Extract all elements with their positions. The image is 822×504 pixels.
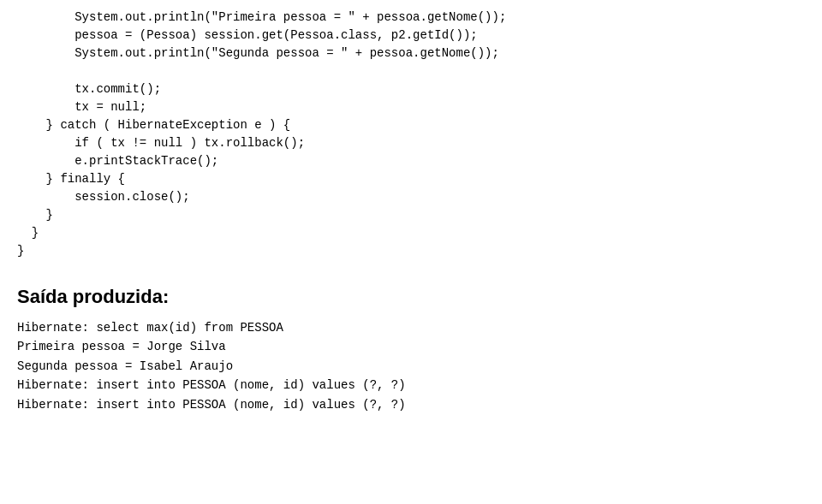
code-block: System.out.println("Primeira pessoa = " … bbox=[17, 9, 805, 260]
page-container: System.out.println("Primeira pessoa = " … bbox=[0, 0, 822, 504]
section-title: Saída produzida: bbox=[17, 286, 805, 308]
output-block: Hibernate: select max(id) from PESSOA Pr… bbox=[17, 318, 805, 414]
